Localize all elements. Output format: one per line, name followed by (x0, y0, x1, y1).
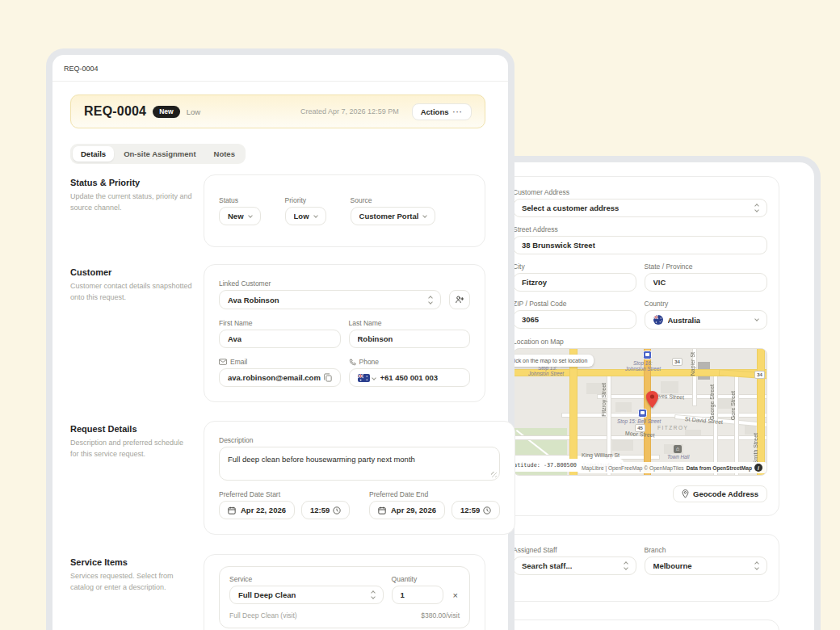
zip-label: ZIP / Postal Code (513, 300, 636, 308)
end-time-input[interactable]: 12:59 (452, 501, 500, 519)
customer-address-card: Customer Address Select a customer addre… (501, 176, 779, 516)
clock-icon (483, 506, 491, 514)
service-label: Service (229, 575, 384, 583)
last-name-input[interactable]: Robinson (349, 330, 471, 348)
resize-handle-icon[interactable] (491, 472, 497, 477)
copy-icon[interactable] (324, 373, 332, 382)
section-title-services: Service Items (70, 557, 192, 567)
geocode-address-button[interactable]: Geocode Address (673, 485, 767, 502)
person-add-icon (455, 295, 464, 304)
location-map[interactable]: 34 34 45 Stop 13: Johnston Street Stop 1… (513, 348, 767, 476)
assigned-staff-select[interactable]: Search staff... (513, 556, 636, 575)
phone-input[interactable]: +61 450 001 003 (349, 368, 471, 387)
chevron-down-icon (423, 213, 428, 218)
tab-onsite-assignment[interactable]: On-site Assignment (116, 146, 204, 162)
city-input[interactable]: Fitzroy (513, 273, 636, 292)
map-road-smith (758, 349, 764, 476)
map-pin-icon[interactable] (646, 391, 658, 408)
start-time-input[interactable]: 12:59 (301, 501, 350, 519)
quantity-input[interactable]: 1 (392, 586, 443, 604)
email-icon (219, 359, 227, 365)
tab-bar: Details On-site Assignment Notes (70, 144, 246, 164)
quantity-label: Quantity (392, 575, 443, 583)
stepper-icon (749, 204, 758, 212)
tab-details[interactable]: Details (73, 146, 114, 162)
stepper-icon (365, 591, 375, 598)
created-timestamp: Created Apr 7, 2026 12:59 PM (300, 107, 399, 116)
first-name-label: First Name (219, 319, 341, 327)
first-name-input[interactable]: Ava (219, 330, 341, 348)
map-street-label: Fitzroy Street (601, 383, 607, 417)
bus-stop-icon (643, 351, 652, 359)
section-desc-request: Description and preferred schedule for t… (70, 438, 192, 460)
service-item-row: Service Full Deep Clean Quantity 1 × (219, 566, 470, 628)
map-area-label: FITZROY (657, 425, 688, 430)
ellipsis-icon: ··· (453, 107, 464, 116)
section-title-request: Request Details (70, 424, 192, 434)
tab-notes[interactable]: Notes (206, 146, 243, 162)
australia-flag-icon (358, 374, 370, 382)
add-customer-button[interactable] (449, 290, 470, 309)
actions-button[interactable]: Actions··· (412, 103, 472, 120)
customer-address-select[interactable]: Select a customer address (513, 199, 767, 217)
street-address-label: Street Address (513, 225, 767, 233)
chevron-down-icon (372, 376, 376, 380)
service-item-rate: $380.00/visit (421, 611, 460, 620)
preferred-start-label: Preferred Date Start (219, 490, 350, 498)
branch-select[interactable]: Melbourne (645, 556, 768, 575)
map-stop-label: Stop 16: (633, 360, 652, 366)
email-label: Email (230, 358, 247, 366)
service-select[interactable]: Full Deep Clean (229, 586, 384, 604)
route-shield: 34 (672, 358, 682, 366)
map-street-label: Smith Street (753, 433, 758, 464)
address-window: Customer Address Select a customer addre… (485, 156, 821, 630)
description-label: Description (219, 436, 500, 444)
branch-label: Branch (645, 546, 768, 554)
section-desc-customer: Customer contact details snapshotted ont… (70, 281, 192, 303)
state-input[interactable]: VIC (645, 273, 768, 292)
map-stop-label: Johnston Street (625, 366, 661, 372)
info-icon[interactable]: i (754, 464, 762, 472)
map-street-label: King William St (582, 452, 620, 458)
start-date-input[interactable]: Apr 22, 2026 (219, 501, 295, 519)
stepper-icon (422, 296, 432, 304)
preferred-end-label: Preferred Date End (369, 490, 500, 498)
map-attribution: MapLibre | OpenFreeMap © OpenMapTiles Da… (578, 462, 766, 473)
phone-icon (349, 359, 356, 366)
street-address-input[interactable]: 38 Brunswick Street (513, 236, 767, 254)
status-select[interactable]: New (219, 207, 261, 225)
priority-text: Low (187, 107, 200, 116)
pin-icon (682, 489, 689, 498)
request-window: REQ-0004 REQ-0004 New Low Created Apr 7,… (46, 48, 514, 630)
map-street-label: Napier St (690, 352, 695, 376)
service-items-card: Service Full Deep Clean Quantity 1 × (204, 554, 485, 630)
status-label: Status (219, 196, 261, 204)
priority-select[interactable]: Low (285, 207, 326, 225)
window-title: REQ-0004 (52, 55, 508, 82)
service-item-note: Full Deep Clean (visit) (229, 611, 297, 620)
stepper-icon (618, 562, 628, 569)
description-textarea[interactable]: Full deep clean before housewarming part… (219, 447, 500, 481)
australia-flag-icon (653, 315, 663, 325)
request-id-title: REQ-0004 (84, 104, 146, 119)
section-title-status: Status & Priority (70, 178, 192, 187)
customer-address-label: Customer Address (513, 188, 767, 196)
map-label: Location on Map (513, 338, 767, 346)
map-street-label: Gore Street (730, 391, 736, 420)
country-select[interactable]: Australia (645, 310, 768, 330)
email-input[interactable]: ava.robinson@email.com (219, 368, 341, 387)
remove-item-button[interactable]: × (452, 590, 460, 600)
source-select[interactable]: Customer Portal (351, 207, 436, 225)
map-road-brunswick (570, 349, 577, 476)
linked-customer-select[interactable]: Ava Robinson (219, 290, 441, 309)
map-stop-label: Johnston Street (528, 371, 564, 376)
end-date-input[interactable]: Apr 29, 2026 (369, 501, 445, 519)
request-details-card: Description Full deep clean before house… (204, 421, 515, 535)
bus-stop-icon (638, 409, 647, 418)
map-street-label: George Street (709, 384, 715, 420)
country-label: Country (645, 300, 768, 308)
map-tooltip: Click on the map to set location (513, 355, 594, 367)
clock-icon (333, 506, 341, 514)
zip-input[interactable]: 3065 (513, 310, 636, 329)
calendar-icon (378, 506, 386, 514)
